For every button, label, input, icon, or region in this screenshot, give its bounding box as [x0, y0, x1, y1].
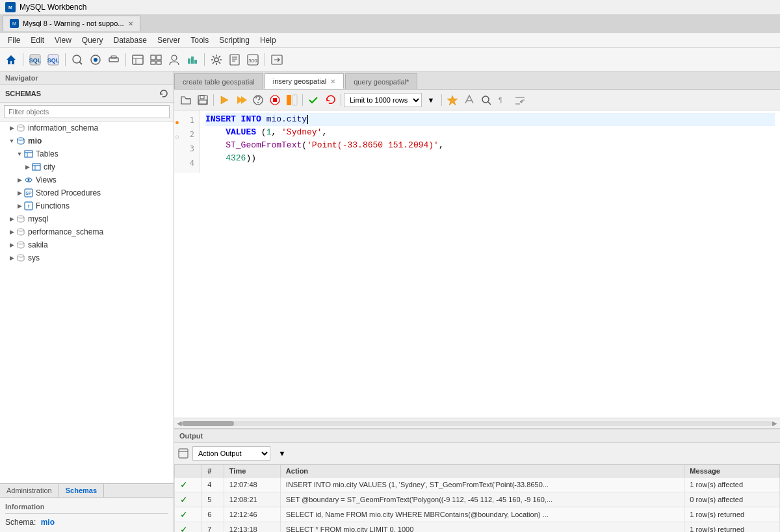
toolbar-schema-btn[interactable]: [129, 51, 146, 68]
tree-arrow-tables[interactable]: ▼: [16, 150, 23, 158]
table-label-city: city: [44, 162, 55, 171]
query-tab-query[interactable]: query geospatial*: [345, 73, 417, 89]
action-output-dropdown-btn[interactable]: ▼: [274, 446, 290, 461]
toolbar-perf-btn[interactable]: [184, 51, 201, 68]
qtb-rollback-btn[interactable]: [322, 92, 338, 108]
toolbar-inspect-btn[interactable]: [69, 51, 86, 68]
qtb-open-btn[interactable]: [178, 92, 194, 108]
nav-tab-administration[interactable]: Administration: [0, 484, 59, 497]
toolbar-migrate-btn[interactable]: [268, 51, 285, 68]
toolbar-users-btn[interactable]: [166, 51, 183, 68]
qtb-wrap-btn[interactable]: [512, 92, 528, 108]
schemas-refresh-icon[interactable]: [159, 89, 168, 98]
query-tab-insery[interactable]: insery geospatial ✕: [265, 73, 344, 89]
menu-scripting[interactable]: Scripting: [214, 34, 255, 46]
toolbar-connect-btn[interactable]: [87, 51, 104, 68]
cell-action: SELECT id, Name FROM mio.city WHERE MBRC…: [280, 507, 684, 522]
schema-item-mysql[interactable]: ▶ mysql: [0, 212, 174, 225]
action-output-select[interactable]: Action Output: [192, 446, 270, 461]
window-tab-close[interactable]: ✕: [128, 20, 133, 27]
query-tab-create[interactable]: create table geospatial: [174, 73, 263, 89]
menu-server[interactable]: Server: [152, 34, 185, 46]
window-tab[interactable]: M Mysql 8 - Warning - not suppo... ✕: [3, 16, 140, 31]
qtb-limit-dropdown-btn[interactable]: ▼: [423, 92, 439, 108]
svg-text:M: M: [12, 21, 16, 26]
qtb-beautify-btn[interactable]: [462, 92, 477, 108]
toolbar-table-btn[interactable]: [148, 51, 164, 68]
schema-icon: [16, 123, 26, 133]
menu-query[interactable]: Query: [77, 34, 109, 46]
menu-file[interactable]: File: [3, 34, 25, 46]
toolbar-300-btn[interactable]: 300: [244, 51, 261, 68]
stored-procedures-label: Stored Procedures: [36, 188, 101, 197]
schema-item-sakila[interactable]: ▶ sakila: [0, 238, 174, 251]
qtb-sep-3: [341, 94, 341, 106]
menu-view[interactable]: View: [49, 34, 77, 46]
tree-arrow-sys[interactable]: ▶: [8, 254, 16, 262]
nav-tab-schemas[interactable]: Schemas: [59, 484, 104, 497]
line-num-4: 4: [174, 156, 200, 170]
cell-num: 5: [202, 492, 224, 507]
toolbar-sep-3: [125, 53, 126, 66]
toolbar-manage-btn[interactable]: [105, 51, 122, 68]
h-scroll-thumb[interactable]: [182, 421, 234, 426]
qtb-execute-btn[interactable]: [216, 92, 232, 108]
line-num-3: 3: [174, 142, 200, 156]
output-panel: Output Action Output ▼ # Time Action M: [174, 428, 780, 532]
code-editor[interactable]: 1 2 3 4 INSERT INTO mio.city VALUES (1, …: [174, 110, 780, 418]
svg-point-21: [172, 55, 177, 60]
table-row: ✓ 5 12:08:21 SET @boundary = ST_GeomFrom…: [175, 492, 780, 507]
toolbar-home-btn[interactable]: [3, 51, 20, 68]
menu-tools[interactable]: Tools: [185, 34, 214, 46]
toolbar-config-btn[interactable]: [208, 51, 225, 68]
filter-input[interactable]: [4, 105, 170, 118]
tree-arrow-sakila[interactable]: ▶: [8, 241, 16, 249]
qtb-commit-btn[interactable]: [306, 92, 321, 108]
qtb-stop-btn[interactable]: [267, 92, 283, 108]
limit-rows-select[interactable]: Limit to 1000 rows: [344, 93, 422, 107]
code-area[interactable]: INSERT INTO mio.city VALUES (1, 'Sydney'…: [200, 110, 780, 173]
toolbar-sql-btn1[interactable]: SQL: [27, 51, 44, 68]
qtb-search-btn[interactable]: [478, 92, 494, 108]
horizontal-scrollbar[interactable]: ◀ ▶: [174, 418, 780, 428]
tree-arrow-functions[interactable]: ▶: [16, 202, 23, 210]
qtb-bookmark-btn[interactable]: [445, 92, 460, 108]
toolbar-sep-2: [65, 53, 66, 66]
cell-status: ✓: [175, 522, 202, 533]
schema-item-information-schema[interactable]: ▶ information_schema: [0, 121, 174, 134]
tree-arrow-city[interactable]: ▶: [23, 163, 31, 171]
app-icon: M: [5, 2, 16, 12]
nav-tabs: Administration Schemas: [0, 484, 174, 497]
schema-item-tables[interactable]: ▼ Tables: [0, 147, 174, 160]
query-tab-insery-close[interactable]: ✕: [330, 78, 335, 85]
schema-item-functions[interactable]: ▶ f Functions: [0, 199, 174, 212]
qtb-execute-selected-btn[interactable]: [233, 92, 249, 108]
schema-item-performance-schema[interactable]: ▶ performance_schema: [0, 225, 174, 238]
schema-item-mio[interactable]: ▼ mio: [0, 134, 174, 147]
tree-arrow-views[interactable]: ▶: [16, 176, 23, 184]
tree-expand-arrow-mio[interactable]: ▼: [8, 137, 16, 145]
menu-database[interactable]: Database: [109, 34, 152, 46]
toolbar-sql-btn2[interactable]: SQL: [45, 51, 62, 68]
qtb-invisible-btn[interactable]: ¶: [495, 92, 511, 108]
tree-arrow-stored-procedures[interactable]: ▶: [16, 189, 23, 197]
qtb-explain-btn[interactable]: [250, 92, 266, 108]
schema-item-sys[interactable]: ▶ sys: [0, 251, 174, 264]
cell-action: SELECT * FROM mio.city LIMIT 0, 1000: [280, 522, 684, 533]
schema-item-views[interactable]: ▶ Views: [0, 173, 174, 186]
qtb-save-btn[interactable]: [195, 92, 211, 108]
menu-edit[interactable]: Edit: [25, 34, 49, 46]
menu-help[interactable]: Help: [255, 34, 281, 46]
tree-arrow-mysql[interactable]: ▶: [8, 215, 16, 223]
toolbar-script-btn[interactable]: [226, 51, 243, 68]
tree-arrow-performance-schema[interactable]: ▶: [8, 228, 16, 236]
cell-num: 4: [202, 477, 224, 492]
status-ok-icon: ✓: [180, 494, 188, 505]
tree-expand-arrow[interactable]: ▶: [8, 124, 16, 132]
h-scroll-track[interactable]: [182, 421, 772, 426]
code-line-3: ST_GeomFromText('Point(-33.8650 151.2094…: [205, 139, 775, 152]
schema-item-city[interactable]: ▶ city: [0, 160, 174, 173]
window-tabs: M Mysql 8 - Warning - not suppo... ✕: [0, 14, 780, 32]
schema-item-stored-procedures[interactable]: ▶ SP Stored Procedures: [0, 186, 174, 199]
qtb-toggle-output-btn[interactable]: [284, 92, 300, 108]
